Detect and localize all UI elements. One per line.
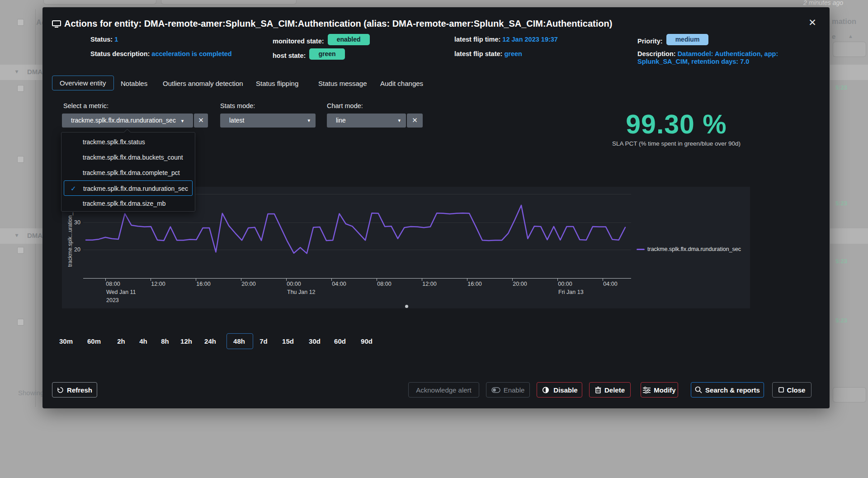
time-range-12h[interactable]: 12h [180,337,192,345]
flip-time-value: 12 Jan 2023 19:37 [502,36,558,43]
ghost-group-row [830,228,868,244]
metric-select-label: Select a metric: [63,102,108,109]
ghost-checkbox [17,319,24,326]
ghost-sort-icon: ▲ [848,33,853,39]
tab-notables[interactable]: Notables [121,80,147,87]
ghost-timestamp: 5:23 [835,317,847,324]
status-desc-value: acceleration is completed [151,50,231,57]
toggle-off-icon [491,387,500,393]
metric-dropdown-menu: trackme.splk.flx.statustrackme.splk.flx.… [61,132,195,212]
ghost-checkbox [17,85,24,92]
modify-button[interactable]: Modify [641,382,678,398]
ghost-group-row [830,65,868,80]
stats-mode-label: Stats mode: [220,102,255,109]
ghost-caret-icon: ▾ [15,68,18,75]
tab-status-message[interactable]: Status message [318,80,367,87]
close-icon[interactable]: ✕ [806,16,819,29]
chevron-down-icon: ▾ [398,114,401,128]
metric-select[interactable]: trackme.splk.flx.dma.runduration_sec ▾ [62,114,193,128]
ghost-timestamp: 5:23 [835,200,847,207]
ghost-toolbar [161,0,297,5]
delete-button[interactable]: Delete [589,382,631,398]
refresh-icon [57,387,64,393]
priority-badge: medium [666,34,709,45]
chart-mode-select[interactable]: line ▾ [327,114,406,128]
sla-percentage: 99.30 % [626,109,727,140]
dropdown-option[interactable]: trackme.splk.flx.dma.buckets_count [61,150,195,165]
ghost-group-label: DMA [27,232,42,239]
ghost-checkbox [17,156,24,163]
chart-legend: trackme.splk.flx.dma.runduration_sec [637,246,741,252]
dropdown-option[interactable]: trackme.splk.flx.dma.size_mb [61,196,195,211]
stats-mode-select[interactable]: latest ▾ [220,114,316,128]
search-icon [695,386,702,393]
search-reports-button[interactable]: Search & reports [691,382,764,398]
status-label: Status: [90,36,113,43]
time-range-24h[interactable]: 24h [204,337,216,345]
monitored-state-label: monitored state: [273,38,324,45]
tab-outliers-anomaly-detection[interactable]: Outliers anomaly detection [163,80,243,87]
ghost-checkbox [17,247,24,254]
ghost-button [833,387,866,402]
ghost-column-header: mation [832,17,856,26]
ghost-timestamp: 5:23 [835,258,847,265]
time-range-48h-selected[interactable]: 48h [233,337,245,345]
close-button[interactable]: Close [772,382,811,398]
ghost-column-header: e [832,33,835,40]
time-range-90d[interactable]: 90d [361,337,373,345]
disable-button[interactable]: Disable [537,382,582,398]
ghost-checkbox [17,19,24,26]
refresh-button[interactable]: Refresh [52,382,97,398]
monitor-icon [52,20,61,28]
time-range-15d[interactable]: 15d [282,337,294,345]
ghost-timestamp: 5:23 [835,84,847,91]
carousel-dot[interactable] [405,305,408,308]
tab-audit-changes[interactable]: Audit changes [380,80,423,87]
legend-line-swatch [637,249,645,250]
toggle-icon [541,387,550,393]
time-range-4h[interactable]: 4h [139,337,147,345]
time-range-7d[interactable]: 7d [259,337,268,345]
tab-overview-entity[interactable]: Overview entity [52,76,114,90]
flip-state-label: latest flip state: [454,50,502,57]
chevron-down-icon: ▾ [307,114,310,128]
chart-mode-clear-button[interactable]: ✕ [407,114,423,128]
dropdown-option[interactable]: trackme.splk.flx.dma.complete_pct [61,165,195,180]
description-label: Description: [637,50,676,57]
chevron-down-icon: ▾ [181,118,184,123]
square-icon [778,387,784,393]
ghost-button [833,42,866,57]
flip-time-label: latest flip time: [454,36,500,43]
time-range-2h[interactable]: 2h [117,337,125,345]
time-range-8h[interactable]: 8h [161,337,169,345]
tab-status-flipping[interactable]: Status flipping [256,80,298,87]
actions-for-entity-dialog: Actions for entity: DMA-remote-amer:Splu… [42,7,830,408]
time-range-60d[interactable]: 60d [334,337,346,345]
priority-label: Priority: [637,38,663,45]
time-range-30d[interactable]: 30d [309,337,321,345]
status-value: 1 [114,36,118,43]
checkmark-icon: ✓ [71,181,76,196]
backdrop-timestamp: 2 minutes ago [803,0,843,6]
time-range-60m[interactable]: 60m [87,337,101,345]
flip-state-value: green [504,50,522,57]
ghost-showing-label: Showing [18,389,44,397]
monitored-state-badge: enabled [328,34,370,45]
time-range-30m[interactable]: 30m [59,337,73,345]
sla-caption: SLA PCT (% time spent in green/blue over… [612,140,741,147]
dialog-title: Actions for entity: DMA-remote-amer:Splu… [64,19,612,29]
host-state-badge: green [309,48,344,60]
metric-clear-button[interactable]: ✕ [194,114,208,128]
acknowledge-alert-button[interactable]: Acknowledge alert [408,382,479,398]
dropdown-option-selected[interactable]: ✓trackme.splk.flx.dma.runduration_sec [64,180,193,196]
host-state-label: host state: [273,52,306,59]
dropdown-option[interactable]: trackme.splk.flx.status [61,134,195,150]
chart-mode-label: Chart mode: [327,102,363,109]
enable-button[interactable]: Enable [486,382,530,398]
ghost-caret-icon: ▾ [15,232,18,238]
trash-icon [595,387,601,393]
status-desc-label: Status description: [90,50,150,57]
ghost-group-label: DMA [27,68,42,76]
ghost-toolbar [43,0,156,5]
legend-label: trackme.splk.flx.dma.runduration_sec [647,246,741,252]
